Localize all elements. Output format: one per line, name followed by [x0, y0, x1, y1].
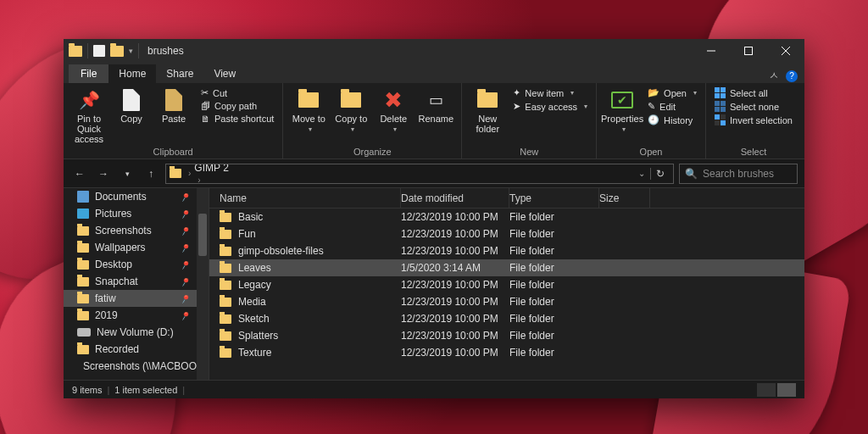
edit-button[interactable]: ✎Edit	[644, 100, 700, 113]
column-headers[interactable]: Name Date modified Type Size	[209, 188, 804, 209]
file-row[interactable]: Leaves1/5/2020 3:14 AMFile folder	[209, 259, 804, 276]
sidebar-item[interactable]: Wallpapers📍	[64, 239, 209, 256]
file-tab[interactable]: File	[69, 64, 108, 83]
file-date: 12/23/2019 10:00 PM	[401, 279, 509, 291]
file-name: Leaves	[238, 262, 271, 274]
folder-icon	[220, 213, 231, 222]
file-row[interactable]: Texture12/23/2019 10:00 PMFile folder	[209, 344, 804, 361]
help-icon[interactable]: ?	[786, 70, 798, 82]
col-type[interactable]: Type	[509, 188, 599, 208]
delete-button[interactable]: ✖Delete	[373, 86, 414, 133]
file-type: File folder	[509, 228, 599, 240]
address-dropdown-icon[interactable]: ⌄	[633, 169, 650, 178]
sidebar-item-label: Desktop	[95, 259, 132, 270]
titlebar[interactable]: ▾ brushes	[64, 39, 804, 63]
home-tab[interactable]: Home	[108, 64, 156, 83]
col-name[interactable]: Name	[209, 188, 401, 208]
folder-icon	[220, 264, 231, 273]
sidebar-scrollbar[interactable]	[197, 188, 209, 380]
pin-icon: 📍	[178, 258, 192, 271]
file-date: 12/23/2019 10:00 PM	[401, 330, 509, 342]
sidebar-item-label: Documents	[95, 191, 147, 203]
file-date: 12/23/2019 10:00 PM	[401, 296, 509, 308]
minimize-button[interactable]	[693, 39, 730, 63]
file-row[interactable]: Sketch12/23/2019 10:00 PMFile folder	[209, 310, 804, 327]
selectall-icon	[715, 87, 726, 98]
sidebar[interactable]: Documents📍Pictures📍Screenshots📍Wallpaper…	[64, 188, 209, 380]
copypath-icon: 🗐	[201, 101, 210, 111]
easy-access-button[interactable]: ➤Easy access	[509, 100, 591, 113]
sidebar-item[interactable]: 2019📍	[64, 307, 209, 324]
properties-button[interactable]: Properties	[602, 86, 643, 133]
sidebar-item[interactable]: Documents📍	[64, 188, 209, 205]
cut-button[interactable]: ✂Cut	[198, 86, 277, 99]
up-button[interactable]: ↑	[142, 164, 160, 183]
file-row[interactable]: Media12/23/2019 10:00 PMFile folder	[209, 293, 804, 310]
qat-folder-icon[interactable]	[69, 46, 82, 57]
file-name: Sketch	[238, 313, 270, 325]
organize-label: Organize	[288, 147, 456, 157]
forward-button[interactable]: →	[94, 164, 113, 183]
file-explorer-window: ▾ brushes File Home Share View ㅅ ? 📌 Pin…	[64, 39, 804, 398]
file-date: 12/23/2019 10:00 PM	[401, 211, 509, 223]
collapse-ribbon-icon[interactable]: ㅅ	[769, 69, 779, 83]
back-button[interactable]: ←	[70, 164, 89, 183]
pin-icon: 📍	[178, 275, 192, 288]
share-tab[interactable]: Share	[156, 64, 203, 83]
address-bar[interactable]: › Fatima Wahab›AppData›Local›Programs›GI…	[165, 164, 674, 184]
select-none-button[interactable]: Select none	[711, 100, 796, 113]
sidebar-item[interactable]: New Volume (D:)	[64, 324, 209, 341]
qat-properties-icon[interactable]	[93, 45, 105, 57]
file-name: Legacy	[238, 279, 271, 291]
delete-icon: ✖	[381, 88, 405, 112]
new-item-button[interactable]: ✦New item	[509, 86, 591, 99]
paste-button[interactable]: Paste	[153, 86, 194, 124]
details-view-toggle[interactable]	[757, 383, 776, 397]
recent-dropdown[interactable]: ▾	[118, 164, 136, 183]
sidebar-item[interactable]: Desktop📍	[64, 256, 209, 273]
sidebar-item[interactable]: Screenshots📍	[64, 222, 209, 239]
file-type: File folder	[509, 279, 599, 291]
view-tab[interactable]: View	[203, 64, 246, 83]
pin-quick-access-button[interactable]: 📌 Pin to Quick access	[69, 86, 109, 144]
file-pane[interactable]: Name Date modified Type Size Basic12/23/…	[209, 188, 804, 380]
breadcrumb-segment[interactable]: GIMP 2	[194, 164, 260, 174]
file-row[interactable]: Legacy12/23/2019 10:00 PMFile folder	[209, 276, 804, 293]
sidebar-item[interactable]: Recorded	[64, 341, 209, 358]
select-all-button[interactable]: Select all	[711, 86, 796, 99]
pin-icon: 📍	[178, 241, 192, 254]
pin-icon: 📍	[178, 292, 192, 305]
file-row[interactable]: Basic12/23/2019 10:00 PMFile folder	[209, 209, 804, 225]
open-button[interactable]: 📂Open	[644, 86, 700, 99]
rename-button[interactable]: ▭Rename	[415, 86, 456, 124]
sidebar-item-label: 2019	[95, 309, 118, 321]
file-row[interactable]: Splatters12/23/2019 10:00 PMFile folder	[209, 327, 804, 344]
col-date[interactable]: Date modified	[401, 188, 509, 208]
file-type: File folder	[509, 347, 599, 359]
sidebar-item[interactable]: Pictures📍	[64, 205, 209, 222]
copy-to-button[interactable]: Copy to	[331, 86, 371, 133]
sidebar-item[interactable]: Screenshots (\\MACBOOKA	[64, 358, 209, 375]
file-type: File folder	[509, 245, 599, 257]
sidebar-item-label: fatiw	[95, 292, 116, 304]
copy-path-button[interactable]: 🗐Copy path	[198, 100, 277, 112]
sidebar-item[interactable]: Snapchat📍	[64, 273, 209, 290]
move-to-button[interactable]: Move to	[288, 86, 329, 133]
thumbnails-view-toggle[interactable]	[777, 383, 796, 397]
paste-shortcut-button[interactable]: 🗎Paste shortcut	[198, 113, 277, 125]
refresh-button[interactable]: ↻	[650, 168, 670, 180]
close-button[interactable]	[767, 39, 804, 63]
qat-newfolder-icon[interactable]	[110, 46, 124, 57]
sidebar-item[interactable]: fatiw📍	[64, 290, 209, 307]
copy-button[interactable]: Copy	[111, 86, 152, 124]
file-row[interactable]: gimp-obsolete-files12/23/2019 10:00 PMFi…	[209, 242, 804, 259]
col-size[interactable]: Size	[599, 188, 650, 208]
open-icon: 📂	[648, 87, 659, 98]
maximize-button[interactable]	[730, 39, 767, 63]
new-folder-button[interactable]: New folder	[467, 86, 508, 134]
search-input[interactable]: 🔍 Search brushes	[679, 164, 798, 184]
address-folder-icon	[170, 169, 181, 178]
file-row[interactable]: Fun12/23/2019 10:00 PMFile folder	[209, 225, 804, 242]
history-button[interactable]: 🕘History	[644, 114, 700, 126]
invert-selection-button[interactable]: Invert selection	[711, 114, 796, 126]
